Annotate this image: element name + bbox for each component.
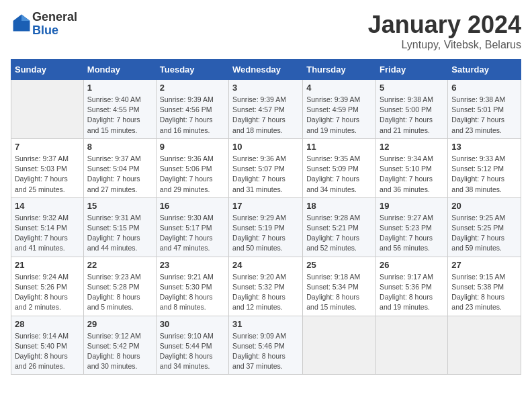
day-cell: 29Sunrise: 9:12 AMSunset: 5:42 PMDayligh… (83, 316, 156, 375)
weekday-header-tuesday: Tuesday (156, 60, 228, 80)
day-number: 1 (87, 83, 152, 93)
calendar-title: January 2024 (368, 11, 521, 39)
day-cell: 22Sunrise: 9:23 AMSunset: 5:28 PMDayligh… (83, 257, 156, 316)
title-block: January 2024 Lyntupy, Vitebsk, Belarus (368, 11, 521, 51)
day-cell: 25Sunrise: 9:18 AMSunset: 5:34 PMDayligh… (303, 257, 376, 316)
day-info: Sunrise: 9:30 AMSunset: 5:17 PMDaylight:… (160, 213, 225, 254)
weekday-header-row: SundayMondayTuesdayWednesdayThursdayFrid… (11, 60, 521, 80)
day-number: 4 (306, 83, 372, 93)
day-cell: 27Sunrise: 9:15 AMSunset: 5:38 PMDayligh… (448, 257, 521, 316)
day-cell: 28Sunrise: 9:14 AMSunset: 5:40 PMDayligh… (11, 316, 84, 375)
day-info: Sunrise: 9:33 AMSunset: 5:12 PMDaylight:… (451, 154, 517, 195)
day-info: Sunrise: 9:20 AMSunset: 5:32 PMDaylight:… (232, 272, 299, 313)
day-cell: 17Sunrise: 9:29 AMSunset: 5:19 PMDayligh… (229, 197, 303, 257)
logo-text: General Blue (32, 11, 77, 38)
day-cell: 19Sunrise: 9:27 AMSunset: 5:23 PMDayligh… (376, 197, 448, 257)
day-number: 20 (451, 201, 517, 211)
day-cell (11, 80, 84, 139)
day-number: 22 (87, 260, 152, 270)
day-number: 11 (306, 142, 372, 152)
day-info: Sunrise: 9:25 AMSunset: 5:25 PMDaylight:… (451, 213, 517, 254)
day-number: 25 (306, 260, 372, 270)
week-row-5: 28Sunrise: 9:14 AMSunset: 5:40 PMDayligh… (11, 316, 521, 375)
day-cell: 30Sunrise: 9:10 AMSunset: 5:44 PMDayligh… (156, 316, 228, 375)
day-number: 9 (160, 142, 225, 152)
weekday-header-wednesday: Wednesday (229, 60, 303, 80)
day-cell: 8Sunrise: 9:37 AMSunset: 5:04 PMDaylight… (83, 138, 156, 197)
day-info: Sunrise: 9:24 AMSunset: 5:26 PMDaylight:… (15, 272, 80, 313)
weekday-header-sunday: Sunday (11, 60, 84, 80)
day-number: 3 (232, 83, 299, 93)
week-row-2: 7Sunrise: 9:37 AMSunset: 5:03 PMDaylight… (11, 138, 521, 197)
day-number: 17 (232, 201, 299, 211)
day-info: Sunrise: 9:18 AMSunset: 5:34 PMDaylight:… (306, 272, 372, 313)
day-cell: 4Sunrise: 9:39 AMSunset: 4:59 PMDaylight… (303, 80, 376, 139)
day-number: 14 (15, 201, 80, 211)
day-info: Sunrise: 9:28 AMSunset: 5:21 PMDaylight:… (306, 213, 372, 254)
day-info: Sunrise: 9:17 AMSunset: 5:36 PMDaylight:… (380, 272, 444, 313)
logo: General Blue (11, 11, 77, 38)
day-number: 29 (87, 319, 152, 329)
day-number: 21 (15, 260, 80, 270)
day-cell: 7Sunrise: 9:37 AMSunset: 5:03 PMDaylight… (11, 138, 84, 197)
day-cell: 3Sunrise: 9:39 AMSunset: 4:57 PMDaylight… (229, 80, 303, 139)
day-info: Sunrise: 9:40 AMSunset: 4:55 PMDaylight:… (87, 95, 152, 136)
day-number: 16 (160, 201, 225, 211)
day-cell: 31Sunrise: 9:09 AMSunset: 5:46 PMDayligh… (229, 316, 303, 375)
week-row-4: 21Sunrise: 9:24 AMSunset: 5:26 PMDayligh… (11, 257, 521, 316)
day-cell: 5Sunrise: 9:38 AMSunset: 5:00 PMDaylight… (376, 80, 448, 139)
day-info: Sunrise: 9:31 AMSunset: 5:15 PMDaylight:… (87, 213, 152, 254)
day-info: Sunrise: 9:39 AMSunset: 4:59 PMDaylight:… (306, 95, 372, 136)
day-info: Sunrise: 9:38 AMSunset: 5:01 PMDaylight:… (451, 95, 517, 136)
week-row-3: 14Sunrise: 9:32 AMSunset: 5:14 PMDayligh… (11, 197, 521, 257)
day-cell: 21Sunrise: 9:24 AMSunset: 5:26 PMDayligh… (11, 257, 84, 316)
day-cell: 11Sunrise: 9:35 AMSunset: 5:09 PMDayligh… (303, 138, 376, 197)
day-info: Sunrise: 9:39 AMSunset: 4:56 PMDaylight:… (160, 95, 225, 136)
day-info: Sunrise: 9:21 AMSunset: 5:30 PMDaylight:… (160, 272, 225, 313)
day-info: Sunrise: 9:35 AMSunset: 5:09 PMDaylight:… (306, 154, 372, 195)
day-info: Sunrise: 9:12 AMSunset: 5:42 PMDaylight:… (87, 331, 152, 372)
day-cell: 10Sunrise: 9:36 AMSunset: 5:07 PMDayligh… (229, 138, 303, 197)
day-number: 31 (232, 319, 299, 329)
day-info: Sunrise: 9:32 AMSunset: 5:14 PMDaylight:… (15, 213, 80, 254)
day-cell: 2Sunrise: 9:39 AMSunset: 4:56 PMDaylight… (156, 80, 228, 139)
day-number: 5 (380, 83, 444, 93)
day-number: 23 (160, 260, 225, 270)
day-cell (448, 316, 521, 375)
day-info: Sunrise: 9:09 AMSunset: 5:46 PMDaylight:… (232, 331, 299, 372)
day-info: Sunrise: 9:36 AMSunset: 5:07 PMDaylight:… (232, 154, 299, 195)
day-info: Sunrise: 9:29 AMSunset: 5:19 PMDaylight:… (232, 213, 299, 254)
day-info: Sunrise: 9:14 AMSunset: 5:40 PMDaylight:… (15, 331, 80, 372)
day-info: Sunrise: 9:27 AMSunset: 5:23 PMDaylight:… (380, 213, 444, 254)
day-number: 19 (380, 201, 444, 211)
day-number: 15 (87, 201, 152, 211)
day-cell: 18Sunrise: 9:28 AMSunset: 5:21 PMDayligh… (303, 197, 376, 257)
day-info: Sunrise: 9:38 AMSunset: 5:00 PMDaylight:… (380, 95, 444, 136)
day-info: Sunrise: 9:36 AMSunset: 5:06 PMDaylight:… (160, 154, 225, 195)
day-number: 12 (380, 142, 444, 152)
day-cell: 14Sunrise: 9:32 AMSunset: 5:14 PMDayligh… (11, 197, 84, 257)
weekday-header-monday: Monday (83, 60, 156, 80)
weekday-header-friday: Friday (376, 60, 448, 80)
day-number: 7 (15, 142, 80, 152)
calendar-table: SundayMondayTuesdayWednesdayThursdayFrid… (11, 59, 521, 375)
day-cell: 12Sunrise: 9:34 AMSunset: 5:10 PMDayligh… (376, 138, 448, 197)
day-cell: 13Sunrise: 9:33 AMSunset: 5:12 PMDayligh… (448, 138, 521, 197)
week-row-1: 1Sunrise: 9:40 AMSunset: 4:55 PMDaylight… (11, 80, 521, 139)
day-cell: 20Sunrise: 9:25 AMSunset: 5:25 PMDayligh… (448, 197, 521, 257)
day-number: 10 (232, 142, 299, 152)
day-info: Sunrise: 9:15 AMSunset: 5:38 PMDaylight:… (451, 272, 517, 313)
day-info: Sunrise: 9:10 AMSunset: 5:44 PMDaylight:… (160, 331, 225, 372)
weekday-header-thursday: Thursday (303, 60, 376, 80)
day-number: 18 (306, 201, 372, 211)
weekday-header-saturday: Saturday (448, 60, 521, 80)
day-number: 27 (451, 260, 517, 270)
page-header: General Blue January 2024 Lyntupy, Viteb… (11, 11, 521, 51)
day-number: 2 (160, 83, 225, 93)
day-number: 6 (451, 83, 517, 93)
day-number: 24 (232, 260, 299, 270)
day-cell: 6Sunrise: 9:38 AMSunset: 5:01 PMDaylight… (448, 80, 521, 139)
day-cell: 1Sunrise: 9:40 AMSunset: 4:55 PMDaylight… (83, 80, 156, 139)
day-number: 28 (15, 319, 80, 329)
day-info: Sunrise: 9:39 AMSunset: 4:57 PMDaylight:… (232, 95, 299, 136)
